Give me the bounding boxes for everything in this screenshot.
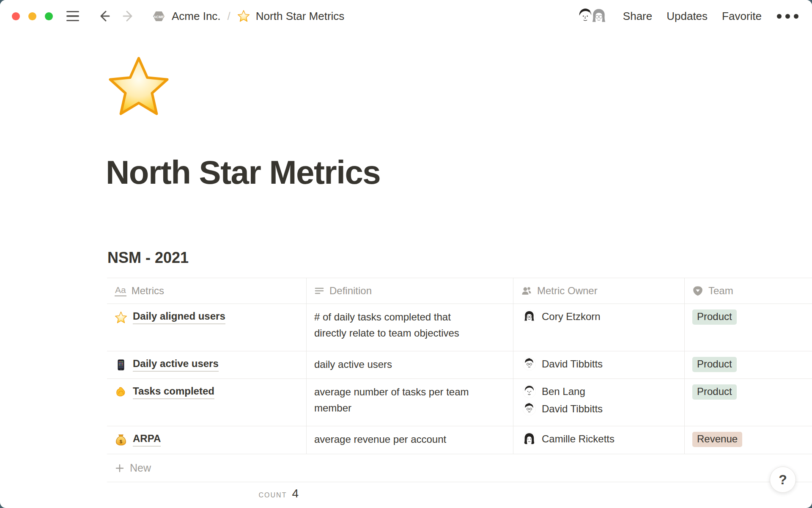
table-row: Daily aligned users # of daily tasks com… — [107, 304, 812, 351]
star-emoji-icon — [115, 311, 127, 324]
forward-button[interactable] — [121, 9, 136, 23]
new-row-label: New — [130, 462, 151, 474]
close-window-button[interactable] — [12, 12, 20, 20]
owner-name: Cory Etzkorn — [542, 311, 601, 323]
avatar — [523, 357, 536, 370]
owner-cell[interactable]: Cory Etzkorn — [513, 304, 684, 351]
table-row: Tasks completed average number of tasks … — [107, 379, 812, 426]
team-cell[interactable]: Product — [684, 351, 812, 378]
person-property-icon — [521, 285, 532, 296]
column-header-team[interactable]: Team — [684, 278, 812, 304]
updates-button[interactable]: Updates — [667, 10, 708, 23]
workspace-logo-text: ACME — [154, 14, 164, 19]
column-header-definition[interactable]: Definition — [306, 278, 513, 304]
definition-text: average number of tasks per team member — [314, 384, 486, 416]
new-row-button[interactable]: New — [107, 454, 812, 482]
team-tag[interactable]: Product — [692, 357, 737, 372]
definition-text: average revenue per account — [314, 431, 446, 447]
plus-icon — [115, 463, 125, 473]
column-label: Definition — [329, 285, 372, 297]
definition-cell[interactable]: # of daily tasks completed that directly… — [306, 304, 513, 351]
topbar-actions: Share Updates Favorite — [576, 7, 799, 25]
owner-cell[interactable]: David Tibbitts — [513, 351, 684, 378]
team-cell[interactable]: Revenue — [684, 426, 812, 454]
metric-page-link[interactable]: Daily aligned users — [133, 310, 225, 324]
top-bar: ACME Acme Inc. / North Star Metrics Shar… — [0, 0, 812, 32]
count-label[interactable]: COUNT — [259, 491, 287, 499]
metric-cell[interactable]: Tasks completed — [107, 379, 306, 426]
team-tag[interactable]: Product — [692, 309, 737, 325]
mobile-phone-emoji-icon — [115, 359, 127, 371]
owner-name: David Tibbitts — [542, 358, 603, 370]
back-button[interactable] — [97, 9, 111, 23]
avatar — [523, 402, 536, 415]
text-property-icon — [314, 286, 324, 296]
table-footer: COUNT 4 — [107, 487, 306, 500]
column-label: Team — [708, 285, 733, 297]
breadcrumb-separator: / — [227, 10, 231, 23]
person-chip[interactable]: David Tibbitts — [523, 402, 603, 415]
team-tag[interactable]: Product — [692, 384, 737, 400]
help-button[interactable]: ? — [770, 467, 796, 493]
more-options-icon[interactable] — [776, 11, 799, 21]
sidebar-menu-icon[interactable] — [66, 11, 79, 22]
column-label: Metrics — [132, 285, 164, 297]
metric-page-link[interactable]: Daily active users — [133, 358, 219, 372]
column-header-metrics[interactable]: Aa Metrics — [107, 278, 306, 304]
notion-window: ACME Acme Inc. / North Star Metrics Shar… — [0, 0, 812, 508]
metrics-table: Aa Metrics Definition Metric Owner Team — [107, 278, 812, 482]
column-header-metric-owner[interactable]: Metric Owner — [513, 278, 684, 304]
table-row: ARPA average revenue per account Camille… — [107, 426, 812, 454]
section-heading[interactable]: NSM - 2021 — [107, 249, 189, 267]
page-icon-star[interactable] — [107, 55, 170, 119]
definition-text: daily active users — [314, 356, 392, 373]
flexed-biceps-emoji-icon — [115, 386, 127, 399]
money-bag-emoji-icon — [115, 433, 127, 446]
breadcrumb-workspace[interactable]: Acme Inc. — [172, 10, 221, 23]
team-cell[interactable]: Product — [684, 304, 812, 351]
breadcrumb: ACME Acme Inc. / North Star Metrics — [152, 9, 344, 23]
definition-cell[interactable]: average number of tasks per team member — [306, 379, 513, 426]
person-chip[interactable]: David Tibbitts — [523, 357, 603, 370]
person-chip[interactable]: Cory Etzkorn — [523, 310, 601, 323]
select-property-icon — [692, 285, 703, 296]
metric-cell[interactable]: ARPA — [107, 426, 306, 454]
table-row: Daily active users daily active users Da… — [107, 351, 812, 379]
avatar — [523, 432, 536, 445]
person-chip[interactable]: Camille Ricketts — [523, 432, 614, 445]
owner-name: Camille Ricketts — [542, 433, 614, 445]
viewer-avatars — [576, 7, 608, 25]
metric-page-link[interactable]: ARPA — [133, 433, 161, 447]
page-star-icon — [237, 10, 250, 22]
viewer-avatar[interactable] — [590, 7, 608, 25]
share-button[interactable]: Share — [623, 10, 652, 23]
column-label: Metric Owner — [537, 285, 598, 297]
team-cell[interactable]: Product — [684, 379, 812, 426]
owner-cell[interactable]: Ben Lang David Tibbitts — [513, 379, 684, 426]
breadcrumb-page[interactable]: North Star Metrics — [256, 10, 345, 23]
definition-text: # of daily tasks completed that directly… — [314, 309, 486, 341]
table-header-row: Aa Metrics Definition Metric Owner Team — [107, 278, 812, 304]
owner-name: David Tibbitts — [542, 403, 603, 415]
metric-page-link[interactable]: Tasks completed — [133, 385, 214, 399]
definition-cell[interactable]: average revenue per account — [306, 426, 513, 454]
count-value: 4 — [292, 487, 299, 500]
avatar — [523, 385, 536, 398]
title-property-icon: Aa — [115, 285, 126, 296]
definition-cell[interactable]: daily active users — [306, 351, 513, 378]
team-tag[interactable]: Revenue — [692, 432, 742, 447]
minimize-window-button[interactable] — [28, 12, 36, 20]
window-controls — [12, 12, 53, 20]
avatar — [523, 310, 536, 323]
metric-cell[interactable]: Daily aligned users — [107, 304, 306, 351]
page-title[interactable]: North Star Metrics — [106, 153, 380, 192]
person-chip[interactable]: Ben Lang — [523, 385, 585, 398]
owner-name: Ben Lang — [542, 386, 585, 398]
owner-cell[interactable]: Camille Ricketts — [513, 426, 684, 454]
favorite-button[interactable]: Favorite — [722, 10, 762, 23]
metric-cell[interactable]: Daily active users — [107, 351, 306, 378]
zoom-window-button[interactable] — [45, 12, 53, 20]
workspace-logo-icon[interactable]: ACME — [152, 9, 166, 23]
